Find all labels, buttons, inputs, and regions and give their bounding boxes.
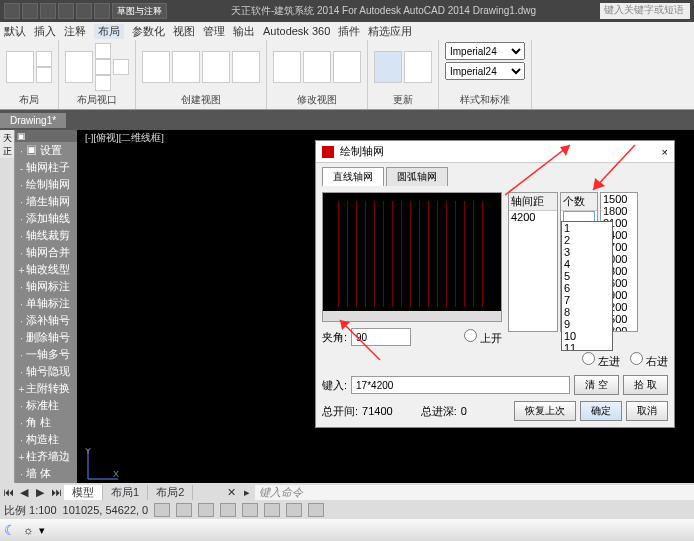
count-list[interactable]: 个数 123456789101112131415161718 [560,192,598,332]
symbol-sketch-icon[interactable] [333,51,361,83]
rect-icon[interactable] [36,67,52,83]
dropdown-option[interactable]: 3 [562,246,612,258]
page-setup-icon[interactable] [36,51,52,67]
qat-redo-icon[interactable] [94,3,110,19]
new-layout-icon[interactable] [6,51,34,83]
restore-button[interactable]: 恢复上次 [514,401,576,421]
qat-undo-icon[interactable] [76,3,92,19]
tree-item[interactable]: ·添加轴线 [15,210,77,227]
zuojin-radio[interactable]: 左进 [582,352,620,369]
help-search[interactable]: 键入关键字或短语 [600,3,690,19]
sun-icon[interactable]: ☼ [23,524,33,536]
polar-mode-icon[interactable] [220,503,236,517]
close-icon[interactable]: × [662,146,668,158]
ribbon-tab[interactable]: 输出 [233,24,255,39]
ribbon-tab[interactable]: Autodesk 360 [263,25,330,37]
section-view-icon[interactable] [202,51,230,83]
ok-button[interactable]: 确定 [580,401,622,421]
tree-item[interactable]: ·单轴标注 [15,295,77,312]
tree-item[interactable]: ·轴网合并 [15,244,77,261]
tree-item[interactable]: ·▣ 设置 [15,142,77,159]
qat-workspace-dropdown[interactable]: 草图与注释 [112,3,167,19]
preview-scrollbar[interactable] [323,311,501,321]
update-view-icon[interactable] [404,51,432,83]
dropdown-option[interactable]: 6 [562,282,612,294]
tree-item[interactable]: ·轴号隐现 [15,363,77,380]
qat-open-icon[interactable] [40,3,56,19]
qat-new-icon[interactable] [22,3,38,19]
snap-mode-icon[interactable] [154,503,170,517]
tree-item[interactable]: ·轴网标注 [15,278,77,295]
ribbon-tab[interactable]: 插件 [338,24,360,39]
command-line[interactable]: 键入命令 [255,485,694,500]
cmd-chevron-icon[interactable]: ▸ [239,485,255,499]
projected-view-icon[interactable] [172,51,200,83]
ribbon-tab[interactable]: 注释 [64,24,86,39]
grid-mode-icon[interactable] [176,503,192,517]
tab-arc-grid[interactable]: 圆弧轴网 [386,167,448,186]
clear-button[interactable]: 清 空 [574,375,619,395]
ortho-mode-icon[interactable] [198,503,214,517]
shangkai-radio[interactable]: 上开 [464,329,502,346]
tree-item[interactable]: ·构造柱 [15,431,77,448]
tree-item[interactable]: +轴改线型 [15,261,77,278]
pick-button[interactable]: 拾 取 [623,375,668,395]
tianzheng-toolbar[interactable]: 天正 [0,130,15,490]
layout-tab[interactable]: 布局1 [103,485,148,500]
viewport-object-icon[interactable] [95,59,111,75]
document-tab[interactable]: Drawing1* [0,113,66,128]
moon-icon[interactable]: ☾ [4,522,17,538]
viewport-label[interactable]: [-][俯视][二维线框] [85,132,164,145]
dropdown-option[interactable]: 4 [562,258,612,270]
dropdown-option[interactable]: 7 [562,294,612,306]
tree-item[interactable]: ·墙生轴网 [15,193,77,210]
angle-input[interactable] [351,328,411,346]
cmd-expand-icon[interactable]: ✕ [223,485,239,499]
dropdown-option[interactable]: 11 [562,342,612,351]
tree-item[interactable]: ·轴线裁剪 [15,227,77,244]
tree-item[interactable]: ·角 柱 [15,414,77,431]
style-select-1[interactable]: Imperial24 [445,42,525,60]
scale-label[interactable]: 比例 1:100 [4,503,57,518]
viewport-poly-icon[interactable] [95,43,111,59]
tree-item[interactable]: +柱齐墙边 [15,448,77,465]
auto-update-icon[interactable] [374,51,402,83]
qat-save-icon[interactable] [58,3,74,19]
edit-view-icon[interactable] [273,51,301,83]
keyin-input[interactable] [351,376,570,394]
dropdown-option[interactable]: 8 [562,306,612,318]
tree-item[interactable]: -轴网柱子 [15,159,77,176]
ribbon-tab[interactable]: 插入 [34,24,56,39]
edit-components-icon[interactable] [303,51,331,83]
axis-distance-list[interactable]: 轴间距 4200 [508,192,558,332]
dropdown-option[interactable]: 9 [562,318,612,330]
ribbon-tab[interactable]: 管理 [203,24,225,39]
tree-item[interactable]: ·墙 体 [15,465,77,482]
dropdown-option[interactable]: 10 [562,330,612,342]
cancel-button[interactable]: 取消 [626,401,668,421]
otrack-mode-icon[interactable] [264,503,280,517]
app-menu-icon[interactable] [4,3,20,19]
ribbon-tab[interactable]: 参数化 [132,24,165,39]
tianzheng-palette[interactable]: ▣ ·▣ 设置-轴网柱子·绘制轴网·墙生轴网·添加轴线·轴线裁剪·轴网合并+轴改… [15,130,77,490]
tree-item[interactable]: ·绘制轴网 [15,176,77,193]
ribbon-tab[interactable]: 精选应用 [368,24,412,39]
tree-item[interactable]: ·一轴多号 [15,346,77,363]
tab-scroll-last-icon[interactable]: ⏭ [48,485,64,499]
viewport-clip-icon[interactable] [95,75,111,91]
tree-item[interactable]: ·删除轴号 [15,329,77,346]
tree-item[interactable]: +主附转换 [15,380,77,397]
tree-item[interactable]: ·标准柱 [15,397,77,414]
style-select-2[interactable]: Imperial24 [445,62,525,80]
youjin-radio[interactable]: 右进 [630,352,668,369]
viewport-rect-icon[interactable] [65,51,93,83]
size-option[interactable]: 1500 [601,193,637,205]
ribbon-tab-active[interactable]: 布局 [94,24,124,39]
ribbon-tab[interactable]: 默认 [4,24,26,39]
size-option[interactable]: 1800 [601,205,637,217]
chevron-down-icon[interactable]: ▾ [39,524,45,537]
count-dropdown[interactable]: 123456789101112131415161718 [561,221,613,351]
dyn-mode-icon[interactable] [286,503,302,517]
model-tab[interactable]: 模型 [64,485,103,500]
dropdown-option[interactable]: 1 [562,222,612,234]
